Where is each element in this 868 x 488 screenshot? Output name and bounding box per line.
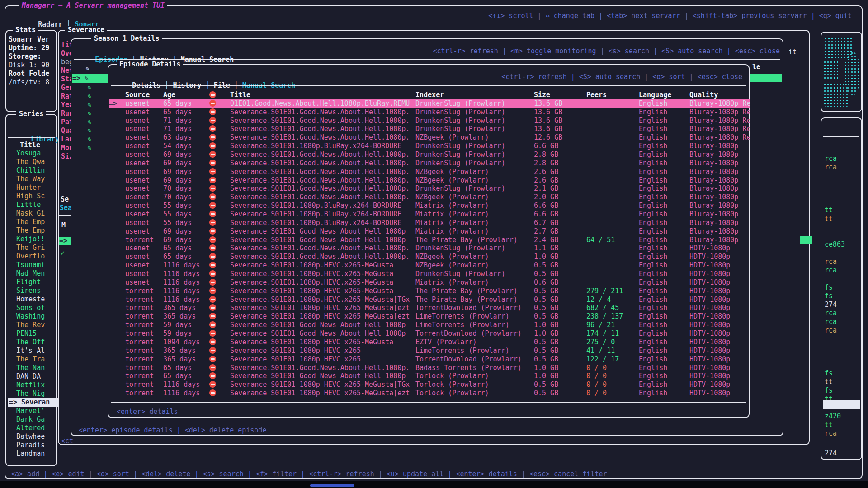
series-list-item[interactable]: => Severan [8, 398, 58, 407]
release-age: 70 days [163, 184, 209, 193]
release-row[interactable]: usenet71 daysSeverance.S01E01.Good.News.… [109, 125, 750, 133]
series-list-item[interactable]: Chillin [8, 166, 58, 175]
series-list-item[interactable]: Paradis [8, 441, 58, 450]
release-reject-cell [209, 380, 230, 389]
series-list-item[interactable]: The Off [8, 338, 58, 347]
series-list-item[interactable]: Sons of [8, 304, 58, 312]
release-row[interactable]: torrent59 daysSeverance S01E01 Good News… [109, 329, 750, 338]
series-list-item[interactable]: The Emp [8, 226, 58, 235]
tab-radarr[interactable]: Radarr [38, 20, 62, 28]
release-row[interactable]: usenet55 daysSeverance.S01E01.1080p.BluR… [109, 219, 750, 227]
release-row[interactable]: torrent365 daysSeverance S01E01 1080p HE… [109, 355, 750, 364]
series-list-item[interactable]: Marvel' [8, 407, 58, 415]
series-list-item[interactable]: Hunter [8, 183, 58, 192]
seasons-tab-fragment[interactable]: Sea [60, 204, 71, 212]
series-list-item[interactable]: The Qwa [8, 158, 58, 166]
background-text-fragment: tt [825, 378, 833, 386]
release-row[interactable]: usenet1116 daysSeverance.S01E01.1080p.HE… [109, 270, 750, 278]
series-list-item[interactable]: The Emp [8, 218, 58, 226]
release-row[interactable]: usenet54 daysSeverance.S01E01.1080p.BluR… [109, 142, 750, 150]
series-list-item[interactable]: The Gri [8, 244, 58, 252]
release-title: Severance S01E01 1080p HEVC x265-MeGusta… [230, 389, 415, 398]
release-row[interactable]: torrent65 daysSeverance.S01E01.Good.News… [109, 364, 750, 372]
release-row[interactable]: usenet65 daysSeverance.S01E01.Good.News.… [109, 244, 750, 253]
release-size: 13.6 GB [534, 125, 586, 133]
release-title: Severance S01E01 Good News About Hell 10… [230, 227, 415, 236]
series-list-item[interactable]: Keijo!! [8, 235, 58, 244]
series-list-item[interactable]: Sirens [8, 286, 58, 295]
release-peers [586, 117, 639, 125]
release-language: English [639, 193, 689, 202]
release-row[interactable]: torrent365 daysSeverance S01E01 1080p HE… [109, 312, 750, 321]
series-list-item[interactable]: It's Al [8, 347, 58, 355]
release-row[interactable]: usenet70 daysSeverance.S01E01.Good.News.… [109, 184, 750, 193]
release-row[interactable]: torrent65 daysSeverance S01E01 Good News… [109, 372, 750, 380]
episode-monitor-icon: ✎ [87, 127, 91, 135]
release-row[interactable]: torrent1116 daysSeverance S01E01 1080p H… [109, 287, 750, 296]
series-list-item[interactable]: The Tra [8, 355, 58, 364]
series-list-item[interactable]: Batwhee [8, 432, 58, 441]
release-reject-cell [209, 125, 230, 133]
release-row[interactable]: torrent69 daysSeverance S01E01 Good News… [109, 236, 750, 244]
release-row[interactable]: torrent365 daysSeverance S01E01 1080p HE… [109, 304, 750, 312]
series-list-item[interactable]: Yosuga [8, 149, 58, 158]
release-row[interactable]: usenet69 daysSeverance.S01E01.Good.News.… [109, 150, 750, 159]
series-list-item[interactable]: The Way [8, 175, 58, 183]
episode-monitor-icon: ✎ [87, 118, 91, 127]
release-source: usenet [125, 142, 163, 150]
seasons-check-fragment: ✓ [61, 249, 71, 258]
release-row[interactable]: torrent1116 daysSeverance S01E01 1080p H… [109, 380, 750, 389]
series-list-item[interactable]: Little [8, 201, 58, 209]
series-list-item[interactable]: Altered [8, 424, 58, 432]
reject-icon [209, 193, 216, 200]
seasons-selected-row[interactable]: => ✓ [59, 237, 71, 245]
release-quality: Bluray-1080p [689, 219, 750, 227]
season-modal-title: Season 1 Details [91, 34, 162, 43]
release-language: English [639, 108, 689, 117]
release-row[interactable]: torrent1116 daysSeverance.S01E01.1080p.H… [109, 296, 750, 304]
release-row[interactable]: usenet69 daysSeverance.S01E01.Good.News.… [109, 168, 750, 176]
series-list-item[interactable]: High Sc [8, 192, 58, 201]
release-row[interactable]: usenet63 daysSeverance.S01E01.Good.News.… [109, 133, 750, 142]
release-row[interactable]: usenet65 daysSeverance.S01E01.Good.News.… [109, 253, 750, 261]
series-list-item[interactable]: Washing [8, 312, 58, 321]
series-list-item[interactable]: Landman [8, 450, 58, 458]
release-row[interactable]: usenet69 daysSeverance.S01E01.Good.News.… [109, 176, 750, 185]
series-list-item[interactable]: Homeste [8, 295, 58, 304]
release-row[interactable]: usenet71 daysSeverance.S01E01.Good.News.… [109, 117, 750, 125]
series-list-item[interactable]: Dark Ga [8, 415, 58, 424]
release-row[interactable]: torrent59 daysSeverance S01E01 Good News… [109, 321, 750, 329]
release-row[interactable]: usenet1116 daysSeverance.S01E01.1080p.HE… [109, 261, 750, 270]
release-indexer: Miatrix (Prowlarr) [415, 202, 534, 210]
release-row[interactable]: usenet1116 daysSeverance.S01E01.1080p.HE… [109, 278, 750, 287]
release-row[interactable]: torrent1116 daysSeverance S01E01 1080p H… [109, 389, 750, 398]
release-age: 69 days [163, 236, 209, 244]
release-row[interactable]: usenet69 daysSeverance S01E01 Good News … [109, 227, 750, 236]
release-size: 0.5 GB [534, 296, 586, 304]
series-list-item[interactable]: PEN15 [8, 329, 58, 338]
series-list-item[interactable]: The Nan [8, 364, 58, 372]
episodes-selected-row[interactable]: => ✎ [72, 74, 108, 83]
release-source: usenet [125, 270, 163, 278]
release-indexer: LimeTorrents (Prowlarr) [415, 312, 534, 321]
series-list-item[interactable]: The Nig [8, 389, 58, 398]
release-row[interactable]: usenet55 daysSeverance.S01E01.1080p.BluR… [109, 210, 750, 219]
release-row[interactable]: =>usenet65 days01E01.Good.News.About.Hel… [109, 99, 750, 108]
release-peers [586, 278, 639, 287]
release-row[interactable]: usenet69 daysSeverance.S01E01.Good.News.… [109, 159, 750, 168]
series-list-item[interactable]: Flight [8, 278, 58, 286]
series-list-item[interactable]: Overflo [8, 252, 58, 261]
release-age: 1094 days [163, 338, 209, 347]
series-list-item[interactable]: Netflix [8, 381, 58, 389]
series-list-item[interactable]: Mask Gi [8, 209, 58, 218]
release-row[interactable]: usenet55 daysSeverance.S01E01.1080p.BluR… [109, 202, 750, 210]
series-list-item[interactable]: Tsunami [8, 261, 58, 269]
series-list-item[interactable]: Mad Men [8, 269, 58, 278]
release-row[interactable]: usenet65 daysSeverance.S01E01.Good.News.… [109, 108, 750, 117]
release-peers: 275 / 0 [586, 338, 639, 347]
release-row[interactable]: torrent1094 daysSeverance S01E01 1080p H… [109, 338, 750, 347]
series-list-item[interactable]: The Rev [8, 321, 58, 329]
series-list-item[interactable]: DAN DA [8, 372, 58, 381]
release-row[interactable]: usenet70 daysSeverance.S01E01.Good.News.… [109, 193, 750, 202]
release-row[interactable]: torrent365 daysSeverance S01E01 1080p HE… [109, 347, 750, 355]
